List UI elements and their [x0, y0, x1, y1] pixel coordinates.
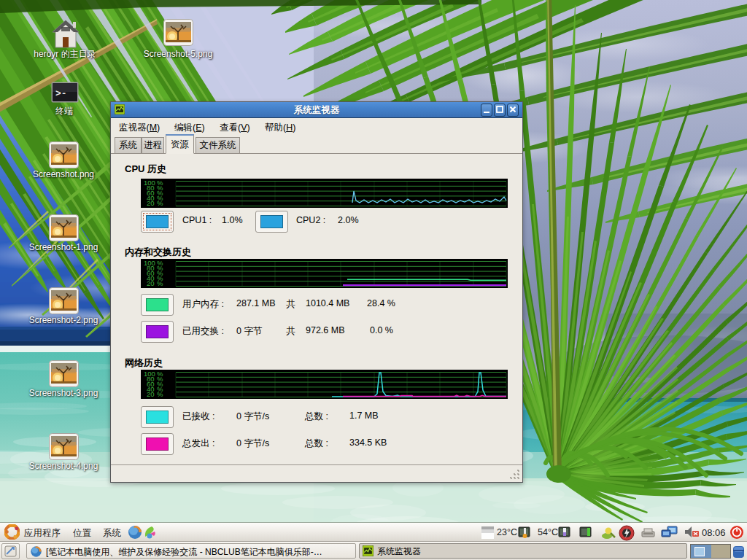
svg-text:>-: >-: [55, 88, 67, 99]
svg-text:20: 20: [147, 279, 155, 287]
svg-text:%: %: [157, 199, 163, 207]
svg-text:%: %: [157, 279, 163, 287]
svg-text:20: 20: [147, 390, 155, 398]
svg-text:20: 20: [147, 199, 155, 207]
svg-text:%: %: [157, 390, 163, 398]
